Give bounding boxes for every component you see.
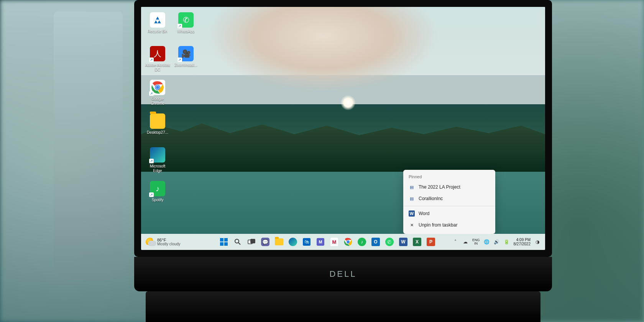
spotify-icon: ♪ [358, 238, 366, 246]
volume-icon[interactable]: 🔊 [494, 239, 500, 245]
svg-rect-4 [220, 238, 223, 242]
whatsapp-icon: ✆ [385, 238, 394, 246]
jumplist-item-label: CorallionInc [419, 196, 443, 201]
tray-chevron-icon[interactable]: ˄ [452, 239, 458, 245]
word-icon: W [399, 238, 407, 246]
folder-icon [150, 113, 165, 129]
explorer-icon [275, 238, 283, 245]
svg-point-8 [235, 239, 239, 243]
edge-icon [289, 238, 297, 246]
desktop-icon-label: WhatsApp [177, 29, 195, 34]
jumplist-separator [403, 206, 495, 206]
jumplist-pinned-item[interactable]: ▤ CorallionInc [403, 193, 495, 204]
outlook-button[interactable]: O [370, 236, 382, 248]
svg-point-13 [347, 240, 350, 243]
svg-line-9 [238, 243, 240, 245]
laptop-keyboard [146, 291, 540, 322]
desktop-icon-edge[interactable]: Microsoft Edge [144, 145, 171, 179]
store-button[interactable]: 🛍 [301, 236, 313, 248]
notifications-icon[interactable]: ◑ [534, 239, 540, 245]
unpin-icon: ✕ [409, 222, 415, 228]
chrome-button[interactable] [342, 236, 354, 248]
excel-button[interactable]: X [411, 236, 423, 248]
chat-icon: 💬 [261, 238, 269, 246]
svg-rect-11 [251, 239, 255, 243]
file-explorer-button[interactable] [273, 236, 285, 248]
desktop-icon-label: Spotify [152, 198, 164, 202]
excel-icon: X [413, 238, 421, 246]
edge-icon [150, 147, 165, 163]
jumplist-app-label: Word [419, 211, 429, 216]
powerpoint-icon: P [427, 238, 435, 246]
desktop-icon-label: Adobe Acrobat DC [145, 63, 170, 72]
jumplist-pinned-item[interactable]: ▤ The 2022 LA Project [403, 181, 495, 193]
laptop: Recycle Bin ✆ WhatsApp 人 Adobe Acrobat D… [134, 0, 552, 322]
svg-rect-5 [224, 238, 228, 242]
weather-temp: 86°F [157, 238, 181, 242]
taskbar-tray: ˄ ☁ ENG IN 🌐 🔊 🔋 4:09 PM 8/27/2022 ◑ [452, 238, 545, 246]
jumplist-item-label: The 2022 LA Project [419, 184, 460, 190]
lang-bottom: IN [474, 242, 478, 245]
whatsapp-button[interactable]: ✆ [383, 236, 396, 248]
desktop-icon-acrobat[interactable]: 人 Adobe Acrobat DC [144, 44, 171, 77]
wallpaper-sun [340, 95, 356, 110]
spotify-icon: ♪ [150, 181, 165, 196]
app-icon: M [317, 238, 324, 246]
desktop-icons-grid: Recycle Bin ✆ WhatsApp 人 Adobe Acrobat D… [144, 10, 199, 212]
desktop-icon-chrome[interactable]: Google Chrome [144, 77, 171, 111]
onedrive-icon[interactable]: ☁ [462, 239, 468, 245]
word-button[interactable]: W [397, 236, 409, 248]
taskbar-jumplist: Pinned ▤ The 2022 LA Project ▤ Corallion… [403, 170, 495, 234]
screen: Recycle Bin ✆ WhatsApp 人 Adobe Acrobat D… [141, 7, 545, 250]
network-icon[interactable]: 🌐 [484, 239, 490, 245]
edge-button[interactable] [287, 236, 299, 248]
chat-button[interactable]: 💬 [259, 236, 271, 248]
jumplist-unpin-label: Unpin from taskbar [419, 222, 457, 228]
spotify-button[interactable]: ♪ [356, 236, 368, 248]
desktop-icon-label: Desktop27... [147, 130, 168, 135]
weather-status: Mostly cloudy [157, 242, 181, 246]
battery-icon[interactable]: 🔋 [504, 239, 510, 245]
clock-time: 4:09 PM [516, 238, 531, 242]
desktop-icon-folder[interactable]: Desktop27... [144, 111, 171, 145]
task-view-button[interactable] [245, 236, 258, 248]
outlook-icon: O [371, 238, 380, 246]
laptop-bezel: Recycle Bin ✆ WhatsApp 人 Adobe Acrobat D… [134, 0, 552, 257]
chrome-icon [150, 80, 165, 95]
desktop-icon-recycle-bin[interactable]: Recycle Bin [144, 10, 171, 44]
word-icon: W [409, 210, 415, 217]
mcafee-icon: M [330, 238, 338, 246]
laptop-brand: DELL [134, 257, 552, 291]
glass-vase [54, 12, 123, 280]
desktop-icon-spotify[interactable]: ♪ Spotify [144, 179, 171, 212]
taskbar: 86°F Mostly cloudy 💬 🛍 M M ♪ O [141, 234, 545, 250]
recycle-bin-icon [150, 12, 165, 28]
desktop-icon-whatsapp[interactable]: ✆ WhatsApp [172, 10, 199, 44]
taskbar-clock[interactable]: 4:09 PM 8/27/2022 [514, 238, 531, 246]
powerpoint-button[interactable]: P [425, 236, 437, 248]
svg-rect-6 [220, 242, 223, 246]
mcafee-button[interactable]: M [328, 236, 340, 248]
clock-date: 8/27/2022 [514, 242, 531, 246]
desktop-icon-label: Google Chrome [145, 97, 170, 105]
word-doc-icon: ▤ [409, 184, 415, 190]
jumplist-header: Pinned [403, 173, 495, 181]
desktop-icon-label: ZoomInstall... [174, 63, 197, 67]
desktop-icon-zoom[interactable]: 🎥 ZoomInstall... [172, 44, 199, 77]
weather-icon [146, 238, 154, 246]
chrome-icon [344, 238, 352, 246]
store-icon: 🛍 [303, 238, 310, 246]
start-button[interactable] [218, 236, 230, 248]
desktop-icon-label: Recycle Bin [148, 29, 168, 34]
language-indicator[interactable]: ENG IN [472, 238, 480, 245]
jumplist-unpin-row[interactable]: ✕ Unpin from taskbar [403, 219, 495, 231]
app-button[interactable]: M [314, 236, 327, 248]
desktop-icon-label: Microsoft Edge [145, 164, 170, 173]
jumplist-app-row[interactable]: W Word [403, 208, 495, 219]
word-doc-icon: ▤ [409, 196, 415, 202]
search-button[interactable] [232, 236, 244, 248]
zoom-icon: 🎥 [178, 46, 194, 61]
taskbar-weather[interactable]: 86°F Mostly cloudy [141, 238, 202, 246]
svg-point-3 [156, 86, 159, 89]
svg-rect-7 [224, 242, 228, 246]
